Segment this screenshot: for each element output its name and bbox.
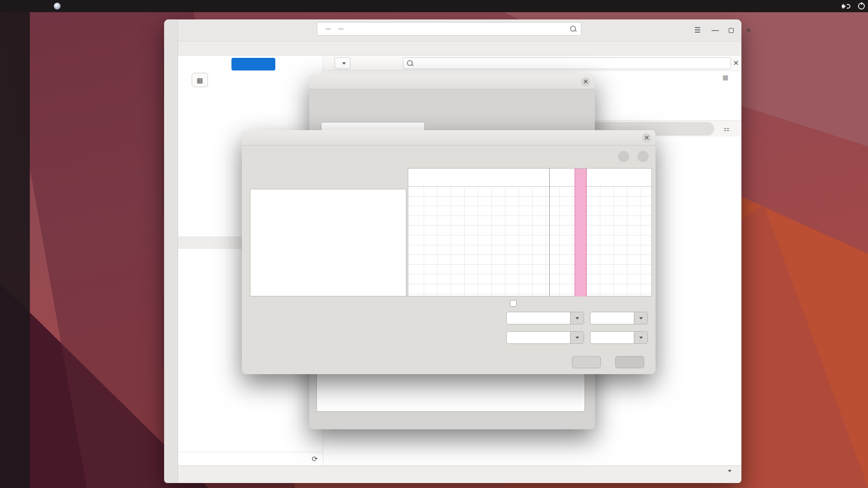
ok-button[interactable] [615, 356, 644, 368]
allday-checkbox[interactable] [510, 300, 517, 307]
thunderbird-app-icon [54, 3, 61, 9]
close-button[interactable]: × [744, 26, 753, 34]
column-picker-icon[interactable]: ▦ [722, 74, 728, 81]
attendee-list[interactable] [250, 189, 406, 296]
top-panel [0, 0, 868, 12]
kbd-ctrl [326, 28, 331, 30]
dock [0, 12, 30, 488]
search-icon [570, 26, 576, 32]
event-filter-dropdown[interactable] [335, 57, 350, 69]
minimize-button[interactable]: — [711, 26, 720, 34]
close-icon[interactable]: ✕ [581, 77, 590, 87]
to-time-select[interactable] [590, 331, 648, 344]
event-menubar [309, 89, 595, 103]
chevron-down-icon [728, 470, 731, 472]
global-search[interactable] [317, 22, 581, 36]
cancel-button[interactable] [572, 356, 601, 368]
menu-icon[interactable]: ☰ [693, 26, 702, 34]
search-icon [407, 60, 413, 66]
chevron-down-icon [342, 62, 346, 65]
invite-attendees-dialog: ✕ [242, 130, 656, 374]
filter-close-icon[interactable]: ✕ [732, 59, 740, 67]
today-pane-toggle[interactable] [721, 470, 731, 472]
desktop: ☰ — × ✕ ▦ [0, 0, 868, 488]
freebusy-header [408, 169, 651, 187]
event-toolbar [309, 103, 595, 118]
to-date-select[interactable] [506, 331, 584, 344]
zoom-out-button[interactable] [618, 151, 629, 162]
power-icon[interactable] [858, 0, 865, 12]
sidebar-footer: ⟳ [178, 452, 323, 465]
freebusy-grid[interactable] [408, 168, 652, 296]
minical-grid-button[interactable]: ▦ [192, 73, 208, 87]
status-bar [178, 465, 741, 483]
window-titlebar[interactable]: ☰ — × [178, 19, 741, 42]
kbd-k [338, 28, 344, 30]
close-icon[interactable]: ✕ [642, 133, 651, 143]
maximize-button[interactable] [729, 28, 734, 33]
minical-nav: ▦ [178, 72, 323, 90]
new-event-button[interactable] [231, 58, 275, 70]
sync-icon[interactable]: ⟳ [312, 455, 318, 463]
view-options-icon[interactable]: ⚏ [724, 125, 730, 133]
filter-search-input[interactable] [403, 57, 731, 69]
zoom-in-button[interactable] [637, 151, 649, 162]
from-date-select[interactable] [506, 312, 584, 324]
dialog-title [242, 130, 656, 145]
calendar-color-dot [325, 126, 329, 130]
calendar-color-dot [193, 241, 197, 245]
selected-time-column [575, 169, 587, 296]
focused-app-menu[interactable] [54, 0, 64, 12]
filter-bar: ✕ [323, 56, 741, 71]
dialog-title [309, 74, 595, 89]
tab-bar [178, 42, 741, 56]
event-dialog-checkboxes [309, 414, 595, 427]
volume-icon[interactable] [842, 0, 849, 12]
day-divider [549, 169, 550, 296]
event-description-field[interactable] [316, 374, 585, 412]
spaces-toolbar [164, 19, 178, 483]
from-time-select[interactable] [590, 312, 648, 324]
freebusy-body [408, 187, 651, 296]
